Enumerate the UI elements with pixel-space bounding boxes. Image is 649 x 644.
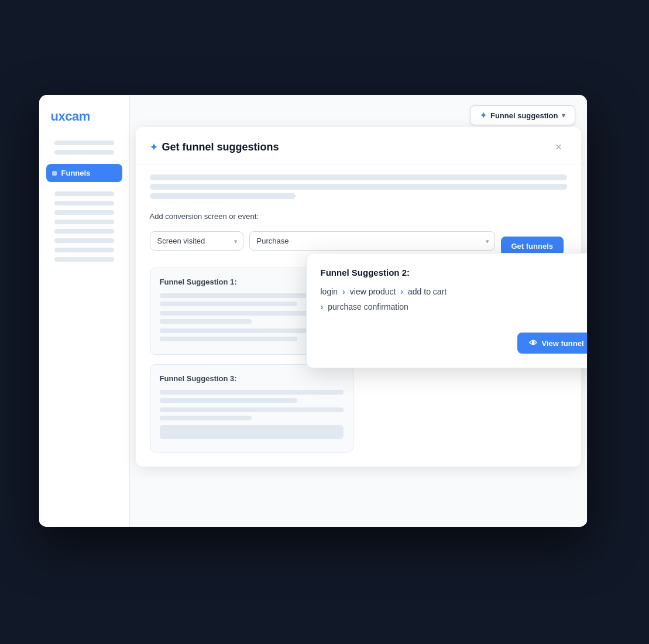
- screen-visited-select-wrapper: Screen visited ▾: [150, 231, 243, 251]
- funnels-nav-icon: [52, 171, 57, 176]
- funnel2-arrow-3: ›: [321, 302, 324, 311]
- form-label: Add conversion screen or event:: [150, 211, 567, 221]
- funnel2-step-login: login: [321, 287, 338, 296]
- funnel2-footer: 👁 View funnel: [321, 321, 587, 354]
- funnel2-arrow-1: ›: [342, 287, 345, 296]
- funnel2-popup: Funnel Suggestion 2: login › view produc…: [306, 253, 587, 368]
- modal-sparkle-icon: ✦: [150, 142, 157, 153]
- close-button[interactable]: ×: [551, 139, 567, 155]
- funnel2-row-2: › purchase confirmation: [321, 302, 587, 311]
- view-funnel-button[interactable]: 👁 View funnel: [517, 333, 587, 354]
- modal-header: ✦ Get funnel suggestions ×: [136, 127, 581, 165]
- sidebar: uxcam Funnels: [39, 95, 130, 527]
- suggestion-placeholder: [160, 337, 298, 341]
- placeholder-row: [150, 184, 567, 190]
- sidebar-placeholder: [54, 201, 114, 205]
- sidebar-placeholders-mid: [46, 191, 122, 262]
- suggestion-placeholder: [160, 416, 252, 420]
- purchase-select-wrapper: Purchase ▾: [249, 231, 495, 251]
- purchase-select[interactable]: Purchase: [249, 231, 495, 251]
- sidebar-placeholder: [54, 191, 114, 196]
- eye-icon: 👁: [529, 338, 537, 348]
- funnel-suggestion-3-card: Funnel Suggestion 3:: [150, 364, 354, 453]
- sidebar-placeholder: [54, 238, 114, 243]
- sidebar-nav-group: Funnels: [46, 164, 122, 182]
- sidebar-placeholder: [54, 210, 114, 215]
- main-content: ✦ Funnel suggestion ▾ ✦ Get funnel sugge…: [130, 95, 587, 527]
- conversion-form-row: Screen visited ▾ Purchase ▾: [150, 226, 567, 256]
- logo: uxcam: [46, 107, 122, 131]
- modal-title-text: Get funnel suggestions: [162, 141, 279, 153]
- suggestion-placeholder: [160, 302, 298, 306]
- view-funnel-label: View funnel: [542, 339, 584, 348]
- funnel2-flow: login › view product › add to cart › pur…: [321, 287, 587, 311]
- suggestion-placeholder: [160, 425, 344, 439]
- modal-placeholder-rows: [150, 174, 567, 199]
- sidebar-placeholder: [54, 220, 114, 224]
- sidebar-funnels-label: Funnels: [61, 169, 91, 177]
- suggestion-placeholder: [160, 398, 298, 403]
- suggestion-placeholder: [160, 319, 252, 324]
- suggestion-placeholder: [160, 407, 344, 412]
- sidebar-placeholder: [54, 248, 114, 252]
- funnel-suggestion-label: Funnel suggestion: [490, 111, 558, 120]
- placeholder-row: [150, 193, 296, 199]
- funnel2-step-purchase-confirmation: purchase confirmation: [328, 302, 408, 311]
- funnel2-row-1: login › view product › add to cart: [321, 287, 587, 296]
- sidebar-placeholder: [54, 141, 114, 145]
- placeholder-row: [150, 174, 567, 180]
- sidebar-placeholder: [54, 257, 114, 262]
- sidebar-placeholders-top: [46, 141, 122, 155]
- funnel2-title: Funnel Suggestion 2:: [321, 268, 587, 278]
- screen-visited-select[interactable]: Screen visited: [150, 231, 243, 251]
- suggestion-3-title: Funnel Suggestion 3:: [160, 374, 344, 383]
- chevron-down-icon: ▾: [562, 112, 565, 119]
- sidebar-placeholder: [54, 150, 114, 155]
- modal-title: ✦ Get funnel suggestions: [150, 141, 279, 153]
- app-window: uxcam Funnels: [38, 94, 588, 527]
- suggestion-placeholder: [160, 390, 344, 395]
- sidebar-item-funnels[interactable]: Funnels: [46, 164, 122, 182]
- sparkle-icon: ✦: [480, 111, 487, 120]
- funnel-suggestion-button[interactable]: ✦ Funnel suggestion ▾: [470, 105, 575, 125]
- sidebar-placeholder: [54, 229, 114, 234]
- funnel2-step-add-to-cart: add to cart: [408, 287, 447, 296]
- funnel2-step-view-product: view product: [350, 287, 396, 296]
- funnel2-arrow-2: ›: [400, 287, 403, 296]
